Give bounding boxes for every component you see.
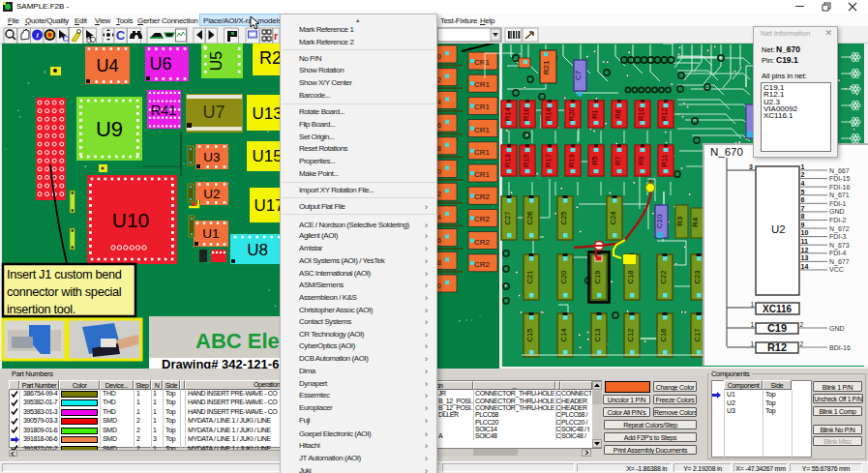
svg-text:U2: U2: [203, 187, 220, 201]
svg-text:4: 4: [437, 99, 441, 105]
svg-text:R41: R41: [151, 103, 177, 118]
svg-text:C7: C7: [574, 70, 583, 80]
svg-text:FDI-16: FDI-16: [829, 184, 851, 191]
svg-text:R20: R20: [567, 107, 576, 121]
svg-text:R11: R11: [660, 154, 669, 166]
svg-text:C22: C22: [659, 271, 668, 284]
svg-text:N_667: N_667: [829, 167, 850, 175]
svg-text:CR1: CR1: [474, 148, 491, 157]
svg-text:C25: C25: [559, 212, 568, 225]
svg-text:8: 8: [801, 213, 805, 220]
svg-text:C20: C20: [559, 271, 568, 284]
svg-text:U6: U6: [149, 54, 171, 74]
svg-text:CR1: CR1: [474, 126, 491, 134]
svg-text:N_672: N_672: [829, 225, 850, 233]
svg-text:C19: C19: [767, 322, 787, 334]
svg-text:3: 3: [749, 163, 753, 170]
svg-text:U13: U13: [252, 104, 282, 123]
svg-text:C21: C21: [525, 271, 534, 284]
svg-text:2: 2: [437, 76, 441, 83]
svg-text:C24: C24: [609, 212, 617, 225]
svg-text:8: 8: [437, 259, 441, 266]
svg-text:2: 2: [800, 340, 804, 347]
svg-text:R4: R4: [691, 217, 700, 227]
svg-text:FDI-1: FDI-1: [829, 200, 847, 207]
svg-text:2: 2: [800, 321, 804, 328]
svg-text:C26: C26: [525, 212, 534, 225]
svg-text:R13: R13: [503, 154, 512, 167]
svg-text:U7: U7: [202, 103, 224, 122]
svg-text:FDI-4: FDI-4: [829, 250, 847, 256]
svg-text:R17: R17: [544, 154, 553, 167]
svg-text:GND: GND: [829, 325, 845, 332]
svg-text:BDI-16: BDI-16: [829, 344, 851, 351]
svg-text:insertion tool.: insertion tool.: [7, 302, 75, 316]
svg-text:6: 6: [801, 196, 805, 203]
svg-text:U8: U8: [247, 241, 268, 259]
svg-text:U10: U10: [112, 209, 150, 231]
svg-text:C14: C14: [559, 329, 568, 342]
svg-text:1: 1: [750, 301, 754, 308]
svg-text:U4: U4: [96, 56, 118, 75]
svg-text:0: 0: [437, 282, 441, 289]
svg-text:Drawing# 342-121-6: Drawing# 342-121-6: [162, 357, 279, 369]
svg-text:C27: C27: [503, 212, 512, 225]
svg-text:7: 7: [801, 205, 805, 212]
svg-text:r: r: [274, 30, 279, 42]
svg-text:R8: R8: [614, 109, 622, 119]
svg-text:R15: R15: [522, 154, 530, 167]
svg-text:C19: C19: [593, 271, 602, 284]
svg-text:CR1: CR1: [474, 103, 491, 111]
svg-text:ABC Elec: ABC Elec: [195, 329, 291, 353]
svg-text:2: 2: [801, 171, 805, 178]
svg-text:C13: C13: [593, 329, 602, 342]
svg-text:Insert J1 custom bend: Insert J1 custom bend: [7, 267, 122, 281]
svg-text:CR1: CR1: [474, 80, 491, 89]
svg-text:R16: R16: [522, 107, 530, 121]
svg-text:C17: C17: [693, 329, 702, 342]
svg-text:U3: U3: [203, 150, 220, 164]
svg-text:VCC: VCC: [829, 266, 844, 273]
svg-text:R5: R5: [590, 156, 599, 165]
svg-text:FDI-15: FDI-15: [829, 175, 851, 182]
svg-text:13: 13: [801, 254, 809, 261]
svg-text:9: 9: [801, 222, 805, 228]
svg-text:R19: R19: [567, 154, 576, 167]
svg-text:U9: U9: [96, 117, 123, 141]
svg-text:C16: C16: [659, 329, 668, 342]
svg-text:14: 14: [801, 263, 809, 270]
svg-text:FDI-3: FDI-3: [829, 233, 847, 240]
svg-text:N_671: N_671: [829, 192, 850, 199]
svg-text:CR2: CR2: [474, 215, 491, 223]
svg-text:8: 8: [437, 145, 441, 152]
svg-text:CR1: CR1: [474, 170, 491, 179]
svg-text:R1: R1: [590, 109, 599, 119]
svg-text:U2: U2: [771, 223, 786, 235]
svg-text:R7: R7: [614, 156, 622, 165]
svg-text:C18: C18: [626, 271, 635, 284]
svg-text:C: C: [116, 28, 126, 43]
svg-text:N_673: N_673: [829, 242, 850, 250]
svg-text:4: 4: [437, 214, 441, 221]
svg-text:R10: R10: [637, 107, 645, 121]
svg-text:R12: R12: [767, 341, 787, 353]
svg-text:1: 1: [801, 163, 805, 170]
svg-text:U5: U5: [208, 51, 224, 72]
svg-text:N_677: N_677: [829, 258, 850, 266]
svg-text:6: 6: [437, 122, 441, 129]
svg-text:connector with special: connector with special: [7, 284, 121, 299]
svg-text:4: 4: [801, 180, 805, 187]
svg-text:R12: R12: [660, 107, 669, 121]
svg-text:C15: C15: [525, 329, 534, 342]
svg-text:R9: R9: [637, 156, 645, 165]
svg-text:R18: R18: [544, 107, 553, 121]
svg-text:CR2: CR2: [474, 192, 491, 201]
svg-text:U1: U1: [202, 226, 219, 241]
svg-text:R2: R2: [259, 48, 282, 68]
svg-text:C23: C23: [693, 271, 702, 284]
svg-text:0: 0: [437, 168, 441, 175]
svg-text:U15: U15: [252, 147, 282, 165]
svg-text:10: 10: [801, 229, 809, 236]
svg-text:R21: R21: [542, 60, 551, 74]
svg-text:5: 5: [801, 189, 805, 195]
